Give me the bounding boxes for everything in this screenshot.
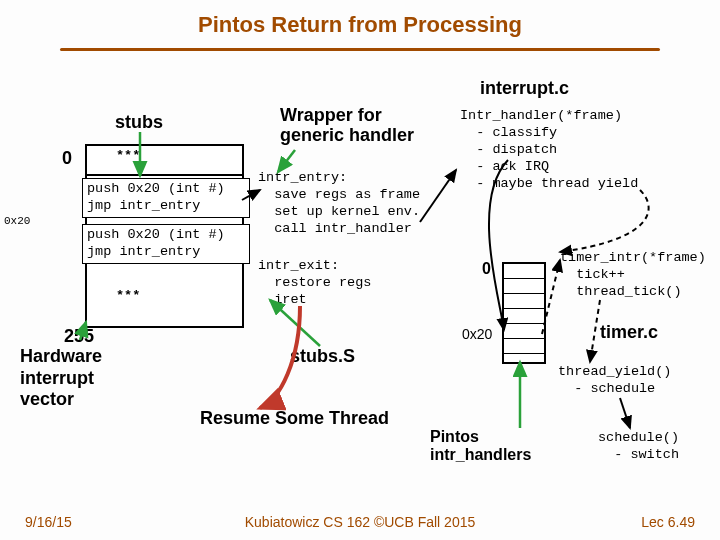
intr-handlers-array (502, 262, 546, 364)
timer-intr-code: timer_intr(*frame) tick++ thread_tick() (560, 250, 706, 301)
vector-index-255: 255 (64, 326, 94, 347)
stubs-heading: stubs (115, 112, 163, 133)
file-label-stubs-s: stubs.S (290, 346, 355, 367)
footer-date: 9/16/15 (25, 514, 72, 530)
handlers-index-0: 0 (482, 260, 491, 278)
thread-yield-code: thread_yield() - schedule (558, 364, 671, 398)
wrapper-heading: Wrapper for generic handler (280, 106, 414, 146)
vector-index-0x20: 0x20 (4, 215, 30, 227)
pintos-intr-handlers-label: Pintos intr_handlers (430, 428, 531, 463)
stub-entry-0x20-a: push 0x20 (int #) jmp intr_entry (82, 178, 250, 218)
vector-ellipsis-top: *** (116, 148, 140, 165)
footer-lecnum: Lec 6.49 (641, 514, 695, 530)
intr-handler-code: Intr_handler(*frame) - classify - dispat… (460, 108, 638, 192)
file-label-interrupt-c: interrupt.c (480, 78, 569, 99)
stub-entry-0x20-b: push 0x20 (int #) jmp intr_entry (82, 224, 250, 264)
intr-entry-code: intr_entry: save regs as frame set up ke… (258, 170, 420, 238)
handlers-index-0x20: 0x20 (462, 326, 492, 342)
hw-interrupt-vector-label: Hardware interrupt vector (20, 346, 102, 411)
footer-course: Kubiatowicz CS 162 ©UCB Fall 2015 (245, 514, 476, 530)
intr-exit-code: intr_exit: restore regs iret (258, 258, 371, 309)
resume-some-thread: Resume Some Thread (200, 408, 389, 429)
vector-index-0: 0 (62, 148, 72, 169)
title-rule (60, 48, 660, 51)
vector-ellipsis-bottom: *** (116, 288, 140, 305)
file-label-timer-c: timer.c (600, 322, 658, 343)
schedule-code: schedule() - switch (598, 430, 679, 464)
page-title: Pintos Return from Processing (0, 12, 720, 38)
